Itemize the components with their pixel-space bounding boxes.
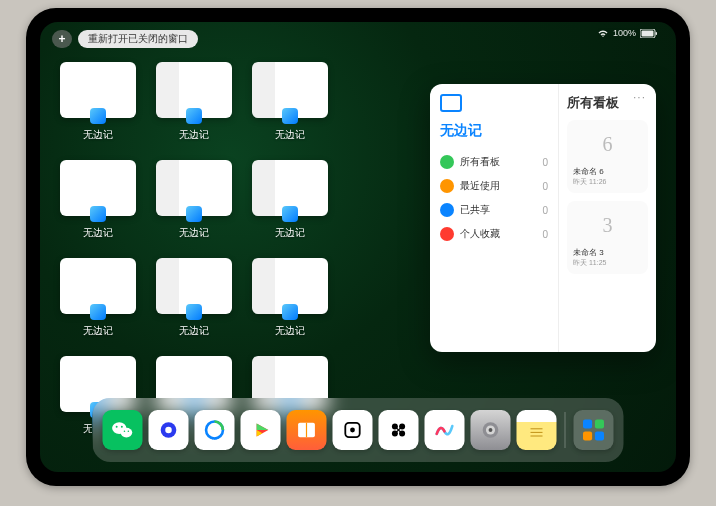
settings-icon[interactable]	[471, 410, 511, 450]
freeform-icon[interactable]	[425, 410, 465, 450]
popup-content: 所有看板 6未命名 6昨天 11:263未命名 3昨天 11:25	[559, 84, 656, 352]
window-thumbnail	[60, 258, 136, 314]
board-card[interactable]: 6未命名 6昨天 11:26	[567, 120, 648, 193]
window-thumbnail	[156, 160, 232, 216]
window-label: 无边记	[179, 226, 209, 240]
board-name: 未命名 3	[573, 247, 642, 258]
board-name: 未命名 6	[573, 166, 642, 177]
sidebar-toggle-icon[interactable]	[440, 94, 462, 112]
sidebar-item-label: 所有看板	[460, 155, 500, 169]
wifi-icon	[597, 29, 609, 38]
window-label: 无边记	[275, 128, 305, 142]
browser-icon[interactable]: HD	[195, 410, 235, 450]
window-thumbnail	[60, 62, 136, 118]
app-window-card[interactable]: 无边记	[252, 160, 328, 240]
svg-rect-32	[583, 420, 592, 429]
sidebar-item-icon	[440, 155, 454, 169]
sidebar-item-icon	[440, 227, 454, 241]
sidebar-item-icon	[440, 179, 454, 193]
sidebar-item-count: 0	[542, 181, 548, 192]
plus-icon: +	[58, 32, 65, 46]
books-icon[interactable]	[287, 410, 327, 450]
popup-app-title: 无边记	[440, 122, 548, 140]
sidebar-item-count: 0	[542, 229, 548, 240]
window-label: 无边记	[179, 324, 209, 338]
sidebar-item-count: 0	[542, 205, 548, 216]
status-bar: 100%	[597, 28, 658, 38]
app-window-card[interactable]: 无边记	[60, 160, 136, 240]
dock-separator	[565, 412, 566, 448]
window-label: 无边记	[83, 324, 113, 338]
svg-point-8	[128, 431, 130, 433]
app-window-card[interactable]: 无边记	[156, 62, 232, 142]
quark-icon[interactable]	[149, 410, 189, 450]
dice-icon[interactable]	[333, 410, 373, 450]
board-time: 昨天 11:26	[573, 177, 642, 187]
svg-point-19	[350, 428, 355, 433]
sidebar-item[interactable]: 所有看板0	[440, 150, 548, 174]
app-window-card[interactable]: 无边记	[252, 62, 328, 142]
app-library-icon[interactable]	[574, 410, 614, 450]
app-window-card[interactable]: 无边记	[252, 258, 328, 338]
window-label: 无边记	[179, 128, 209, 142]
board-thumbnail: 6	[573, 126, 642, 162]
notes-icon[interactable]	[517, 410, 557, 450]
app-switcher-grid: 无边记无边记无边记无边记无边记无边记无边记无边记无边记无边记无边记无边记	[60, 62, 420, 436]
app-window-card[interactable]: 无边记	[156, 258, 232, 338]
reopen-closed-window-button[interactable]: 重新打开已关闭的窗口	[78, 30, 198, 48]
svg-marker-14	[257, 424, 269, 431]
board-time: 昨天 11:25	[573, 258, 642, 268]
window-label: 无边记	[83, 128, 113, 142]
window-thumbnail	[252, 62, 328, 118]
board-card[interactable]: 3未命名 3昨天 11:25	[567, 201, 648, 274]
sidebar-item-label: 最近使用	[460, 179, 500, 193]
battery-icon	[640, 29, 658, 38]
more-button[interactable]: ···	[633, 90, 646, 104]
window-label: 无边记	[275, 226, 305, 240]
ipad-frame: 100% + 重新打开已关闭的窗口 无边记无边记无边记无边记无边记无边记无边记无…	[26, 8, 690, 486]
ipad-screen: 100% + 重新打开已关闭的窗口 无边记无边记无边记无边记无边记无边记无边记无…	[40, 22, 676, 472]
window-thumbnail	[156, 258, 232, 314]
sidebar-item-icon	[440, 203, 454, 217]
freeform-sidebar-popup: ··· 无边记 所有看板0最近使用0已共享0个人收藏0 所有看板 6未命名 6昨…	[430, 84, 656, 352]
svg-point-4	[121, 428, 133, 438]
svg-rect-35	[595, 431, 604, 440]
sidebar-item-label: 已共享	[460, 203, 490, 217]
sidebar-item-label: 个人收藏	[460, 227, 500, 241]
play-icon[interactable]	[241, 410, 281, 450]
svg-point-6	[121, 426, 123, 428]
sidebar-item[interactable]: 个人收藏0	[440, 222, 548, 246]
window-thumbnail	[156, 62, 232, 118]
board-thumbnail: 3	[573, 207, 642, 243]
link-icon[interactable]	[379, 410, 419, 450]
svg-rect-34	[583, 431, 592, 440]
wechat-icon[interactable]	[103, 410, 143, 450]
svg-point-7	[124, 431, 126, 433]
app-window-card[interactable]: 无边记	[156, 160, 232, 240]
new-window-button[interactable]: +	[52, 30, 72, 48]
window-label: 无边记	[275, 324, 305, 338]
svg-text:HD: HD	[212, 436, 218, 441]
sidebar-item-count: 0	[542, 157, 548, 168]
window-thumbnail	[252, 258, 328, 314]
svg-point-28	[489, 428, 493, 432]
svg-rect-2	[656, 32, 658, 35]
popup-sidebar: 无边记 所有看板0最近使用0已共享0个人收藏0	[430, 84, 559, 352]
svg-point-10	[165, 427, 172, 434]
svg-point-5	[116, 426, 118, 428]
dock: HD	[93, 398, 624, 462]
app-window-card[interactable]: 无边记	[60, 62, 136, 142]
sidebar-item[interactable]: 最近使用0	[440, 174, 548, 198]
svg-rect-1	[642, 30, 654, 36]
sidebar-item[interactable]: 已共享0	[440, 198, 548, 222]
battery-label: 100%	[613, 28, 636, 38]
window-thumbnail	[252, 160, 328, 216]
svg-rect-33	[595, 420, 604, 429]
window-thumbnail	[60, 160, 136, 216]
app-window-card[interactable]: 无边记	[60, 258, 136, 338]
window-label: 无边记	[83, 226, 113, 240]
